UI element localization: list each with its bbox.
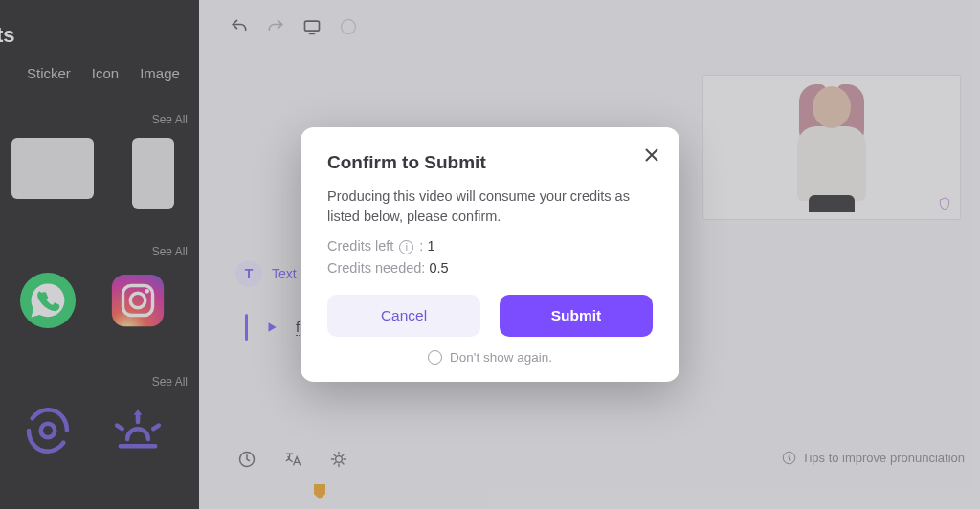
modal-description: Producing this video will consume your c… — [327, 187, 653, 227]
credits-left-value: 1 — [427, 238, 434, 254]
cancel-button[interactable]: Cancel — [327, 295, 480, 337]
submit-button[interactable]: Submit — [500, 295, 653, 337]
credits-needed-row: Credits needed: 0.5 — [327, 260, 653, 276]
confirm-submit-modal: Confirm to Submit Producing this video w… — [301, 127, 679, 382]
modal-overlay: Confirm to Submit Producing this video w… — [0, 0, 980, 509]
credits-left-row: Credits left i : 1 — [327, 238, 653, 254]
modal-title: Confirm to Submit — [327, 152, 653, 173]
credits-needed-value: 0.5 — [429, 260, 448, 276]
close-icon[interactable] — [641, 144, 662, 166]
dont-show-label: Don't show again. — [450, 350, 552, 365]
radio-icon[interactable] — [428, 350, 442, 365]
dont-show-again[interactable]: Don't show again. — [327, 350, 653, 365]
info-icon[interactable]: i — [399, 240, 413, 254]
